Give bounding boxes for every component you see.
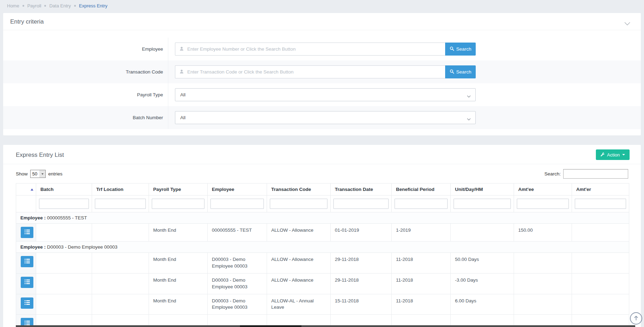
row-menu-button[interactable] [21,227,33,238]
cell-payroll-type: Month End [149,273,208,294]
cell-transaction-code: ALLOW - Allowance [267,253,331,274]
cell-transaction-code: ALLOW - Allowance [267,224,331,242]
breadcrumb-separator-dot [74,5,76,7]
collapse-chevron-icon[interactable] [624,21,630,27]
search-icon [450,69,454,75]
search-button-label: Search [456,46,471,52]
row-menu-button[interactable] [21,277,33,288]
cell-transaction-date: 01-01-2019 [331,224,392,242]
employee-field-label: Employee [3,38,168,60]
column-header-unit-day-hm[interactable]: Unit/Day/HM [451,184,514,195]
table-controls: Show 50 entries Search: [3,164,641,182]
transaction-code-input[interactable] [175,65,445,78]
breadcrumb-payroll[interactable]: Payroll [27,3,41,8]
column-header-trf-location[interactable]: Trf Location [92,184,149,195]
row-menu-button[interactable] [21,256,33,267]
breadcrumb-data-entry[interactable]: Data Entry [49,3,71,8]
batch-number-field-label: Batch Number [3,106,168,129]
form-row-batch-number: Batch Number All [3,106,641,129]
employee-search-button[interactable]: Search [445,43,476,56]
cell-row-actions [16,224,36,242]
table-search-input[interactable] [563,169,628,179]
cell-unit-day-hm [451,224,514,242]
filter-transaction-date-input[interactable] [333,199,389,209]
cell-transaction-date: 29-11-2018 [331,273,392,294]
filter-employee-input[interactable] [210,199,264,209]
column-header-beneficial-period[interactable]: Beneficial Period [392,184,451,195]
cell-row-actions [16,253,36,274]
filter-batch-input[interactable] [39,199,89,209]
chevron-down-icon [467,116,471,122]
group-row-value: D00003 - Demo Employee 00003 [46,244,117,250]
column-header-amt-ee[interactable]: Amt'ee [514,184,572,195]
action-button-label: Action [607,152,620,158]
table-header-row: Batch Trf Location Payroll Type Employee… [16,184,629,195]
cell-beneficial-period: 11-2018 [392,294,451,315]
list-icon [25,230,30,235]
batch-number-selected-value: All [180,115,186,120]
column-header-amt-er[interactable]: Amt'er [572,184,629,195]
express-entry-list-header: Express Entry List Action [3,145,641,164]
cell-beneficial-period: 11-2018 [392,253,451,274]
filter-unit-day-hm-input[interactable] [454,199,511,209]
column-header-employee[interactable]: Employee [208,184,267,195]
filter-trf-location-input[interactable] [95,199,146,209]
filter-beneficial-period-input[interactable] [395,199,448,209]
employee-group-row: Employee : D00003 - Demo Employee 00003 [16,242,629,253]
cell-employee: D00003 - Demo Employee 00003 [208,294,267,315]
column-header-payroll-type[interactable]: Payroll Type [149,184,208,195]
cell-trf-location [92,224,149,242]
cell-batch [36,294,92,315]
cell-beneficial-period: 11-2018 [392,273,451,294]
express-entry-list-panel: Express Entry List Action Show 50 entrie… [3,145,641,327]
search-button-label: Search [456,69,471,75]
caret-down-icon [622,154,625,155]
chevron-down-icon [467,94,471,99]
cell-trf-location [92,253,149,274]
batch-number-select[interactable]: All [175,111,476,124]
filter-payroll-type-input[interactable] [152,199,204,209]
payroll-type-selected-value: All [180,92,186,97]
group-row-label: Employee : [20,244,46,250]
action-button[interactable]: Action [596,149,630,160]
cell-amt-ee [514,294,572,315]
table-row: Month End000005555 - TESTALLOW - Allowan… [16,224,629,242]
cell-amt-ee [514,273,572,294]
table-row: Month EndD00003 - Demo Employee 00003ALL… [16,273,629,294]
row-menu-button[interactable] [21,297,33,309]
horizontal-scrollbar-thumb[interactable] [240,325,301,327]
cell-employee: D00003 - Demo Employee 00003 [208,273,267,294]
cell-amt-er [572,273,629,294]
show-label: Show [16,171,28,177]
filter-transaction-code-input[interactable] [270,199,327,209]
filter-amt-er-input[interactable] [575,199,626,209]
cell-employee: 000005555 - TEST [208,224,267,242]
breadcrumb-separator-dot [22,5,24,7]
entry-criteria-panel: Entry criteria Employee [3,13,641,135]
column-header-row-select[interactable] [16,184,36,195]
cell-payroll-type: Month End [149,253,208,274]
column-header-batch[interactable]: Batch [36,184,92,195]
cell-batch [36,253,92,274]
transaction-code-search-button[interactable]: Search [445,65,476,78]
entries-label: entries [48,171,63,177]
cell-beneficial-period: 1-2019 [392,224,451,242]
sort-ascending-icon [31,188,33,191]
column-header-transaction-code[interactable]: Transaction Code [267,184,331,195]
horizontal-scrollbar[interactable] [16,325,635,327]
filter-amt-ee-input[interactable] [517,199,569,209]
page-length-control: Show 50 entries [16,170,63,178]
payroll-type-select[interactable]: All [175,88,476,101]
column-header-transaction-date[interactable]: Transaction Date [331,184,392,195]
form-row-payroll-type: Payroll Type All [3,83,641,106]
breadcrumb-home[interactable]: Home [7,3,19,8]
breadcrumb: Home Payroll Data Entry Express Entry [0,0,644,9]
back-to-top-button[interactable] [630,312,642,325]
cell-transaction-date: 29-11-2018 [331,253,392,274]
express-entry-table-body: Employee : 000005555 - TESTMonth End0000… [16,212,629,327]
page-size-select[interactable]: 50 [30,170,46,178]
employee-input[interactable] [175,43,445,56]
table-filter-row [16,195,629,212]
cell-trf-location [92,273,149,294]
table-search-label: Search: [544,171,561,177]
